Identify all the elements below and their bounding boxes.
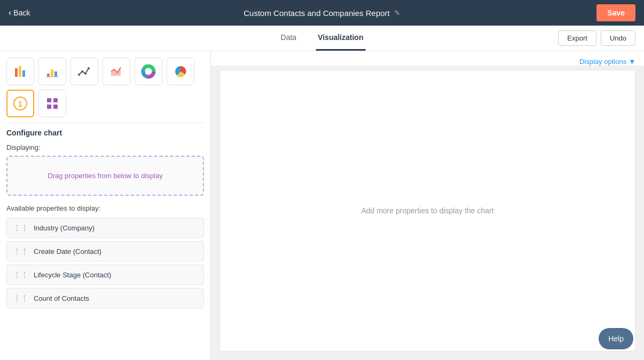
header-title-group: Custom Contacts and Companies Report ✎	[244, 9, 400, 18]
svg-rect-21	[47, 105, 51, 109]
chart-type-pie[interactable]	[167, 58, 194, 85]
grid-chart-icon	[45, 96, 60, 111]
list-item[interactable]: ⋮⋮ Count of Contacts	[6, 288, 204, 308]
svg-rect-5	[54, 71, 57, 77]
chart-type-column[interactable]	[38, 58, 66, 85]
available-properties-label: Available properties to display:	[6, 204, 204, 212]
displaying-label: Displaying:	[6, 143, 204, 151]
svg-text:1: 1	[18, 100, 22, 108]
line-chart-icon	[77, 64, 92, 79]
svg-rect-2	[22, 70, 25, 77]
chart-type-row-2: 1	[6, 90, 204, 117]
svg-point-15	[145, 68, 152, 75]
chart-type-bar[interactable]	[6, 58, 34, 85]
tabs-bar: Data Visualization Export Undo	[0, 26, 644, 51]
svg-point-8	[81, 70, 83, 73]
svg-rect-19	[47, 98, 51, 102]
svg-rect-20	[53, 98, 58, 102]
property-label: Count of Contacts	[34, 294, 89, 302]
drag-handle-icon: ⋮⋮	[13, 270, 28, 279]
divider-1	[6, 123, 204, 123]
main-layout: 1 Configure chart Displaying: Drag prope…	[0, 51, 644, 360]
right-panel: Display options ▼ Add more properties to…	[211, 51, 644, 360]
property-label: Industry (Company)	[34, 224, 95, 232]
svg-rect-22	[53, 105, 58, 109]
drag-handle-icon: ⋮⋮	[13, 247, 28, 255]
svg-point-10	[88, 67, 90, 69]
chart-area: Add more properties to display the chart	[219, 70, 635, 351]
drag-drop-placeholder: Drag properties from below to display	[48, 172, 162, 180]
chart-type-donut[interactable]	[135, 58, 162, 85]
property-label: Lifecycle Stage (Contact)	[34, 271, 111, 279]
edit-icon[interactable]: ✎	[394, 9, 400, 17]
svg-rect-3	[47, 74, 50, 77]
svg-point-7	[78, 74, 80, 76]
area-chart-icon	[109, 64, 124, 79]
tab-data[interactable]: Data	[279, 26, 299, 51]
list-item[interactable]: ⋮⋮ Lifecycle Stage (Contact)	[6, 265, 204, 285]
left-panel: 1 Configure chart Displaying: Drag prope…	[0, 51, 211, 360]
help-button[interactable]: Help	[599, 328, 633, 349]
display-options-button[interactable]: Display options ▼	[579, 58, 635, 66]
save-button[interactable]: Save	[596, 4, 635, 21]
display-options-bar: Display options ▼	[211, 51, 644, 66]
list-item[interactable]: ⋮⋮ Industry (Company)	[6, 218, 204, 238]
svg-rect-1	[19, 66, 21, 77]
back-button[interactable]: ‹ Back	[9, 8, 30, 18]
property-label: Create Date (Contact)	[34, 247, 101, 255]
svg-rect-0	[15, 68, 18, 77]
chart-type-grid[interactable]	[38, 90, 66, 117]
number-chart-icon: 1	[13, 96, 28, 111]
tabs-actions: Export Undo	[558, 30, 635, 46]
drag-handle-icon: ⋮⋮	[13, 223, 28, 232]
pie-chart-icon	[173, 64, 188, 79]
svg-point-9	[84, 73, 87, 75]
tab-visualization[interactable]: Visualization	[316, 26, 365, 51]
list-item[interactable]: ⋮⋮ Create Date (Contact)	[6, 241, 204, 261]
export-button[interactable]: Export	[558, 30, 596, 46]
report-title: Custom Contacts and Companies Report	[244, 9, 389, 18]
chevron-down-icon: ▼	[629, 58, 635, 66]
back-label: Back	[13, 9, 30, 17]
chart-type-area[interactable]	[103, 58, 130, 85]
svg-rect-4	[51, 69, 53, 77]
donut-chart-icon	[141, 64, 156, 79]
bar-chart-icon	[13, 64, 28, 79]
tabs-center: Data Visualization	[279, 26, 366, 51]
app-header: ‹ Back Custom Contacts and Companies Rep…	[0, 0, 644, 26]
drag-handle-icon: ⋮⋮	[13, 294, 28, 302]
drag-drop-zone[interactable]: Drag properties from below to display	[6, 156, 204, 196]
undo-button[interactable]: Undo	[601, 30, 635, 46]
column-chart-icon	[45, 64, 60, 79]
configure-chart-title: Configure chart	[6, 129, 204, 137]
chart-type-line[interactable]	[70, 58, 98, 85]
chart-placeholder: Add more properties to display the chart	[361, 206, 493, 215]
display-options-label: Display options	[579, 58, 626, 66]
chart-type-number[interactable]: 1	[6, 90, 34, 117]
chart-type-row-1	[6, 58, 204, 85]
back-arrow-icon: ‹	[9, 8, 11, 18]
